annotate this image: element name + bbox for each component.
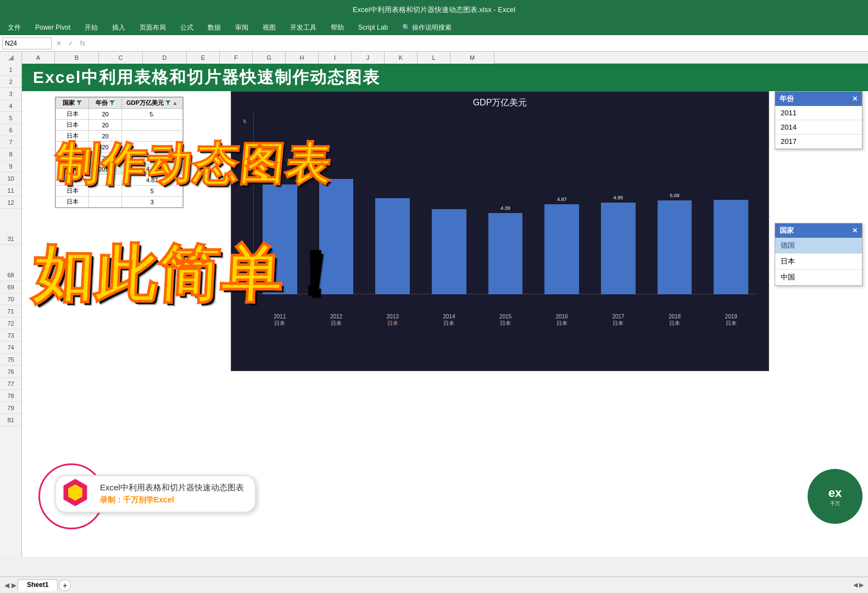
ribbon-view[interactable]: 视图 (260, 22, 278, 33)
x-label-2019: 2019日本 (704, 314, 758, 327)
row-75: 75 (0, 354, 21, 366)
ribbon-scriptlab[interactable]: Script Lab (356, 23, 390, 32)
sheet-tab-sheet1[interactable]: Sheet1 (18, 579, 58, 591)
row-1: 1 (0, 64, 21, 76)
grid-area: Excel中利用表格和切片器快速制作动态图表 国家 年份 GDP万亿美元 ▲ 日… (22, 64, 868, 557)
ribbon-insert[interactable]: 插入 (110, 22, 127, 33)
row-5: 5 (0, 112, 21, 124)
x-label-2015: 2015日本 (479, 314, 532, 327)
col-header-d[interactable]: D (143, 52, 187, 64)
ribbon-help[interactable]: 帮助 (329, 22, 346, 33)
watermark-subtitle: 录制：千万别学Excel (100, 495, 244, 505)
exclamation-mark: ！ (282, 240, 348, 307)
ribbon-review[interactable]: 审阅 (233, 22, 251, 33)
bar-2017-fill: 4.95 (601, 203, 636, 294)
col-header-c[interactable]: C (99, 52, 143, 64)
row-77: 77 (0, 378, 21, 390)
x-label-2016: 2016日本 (535, 314, 588, 327)
overlay-title-text: 制作动态图表 (53, 139, 334, 188)
row-8: 8 (0, 148, 21, 160)
bar-2015: 4.39 (479, 213, 532, 294)
col-header-m[interactable]: M (450, 52, 494, 64)
overlay-title: 制作动态图表 (52, 135, 334, 194)
slicer-clear-icon[interactable]: ✕ (852, 95, 858, 103)
col-header-f[interactable]: F (220, 52, 253, 64)
ribbon-file[interactable]: 文件 (5, 22, 23, 33)
x-label-2017: 2017日本 (592, 314, 645, 327)
spreadsheet: 1 2 3 4 5 6 7 8 9 10 11 12 31 68 69 70 7… (0, 64, 868, 557)
slicer-year-2017[interactable]: 2017 (775, 135, 862, 149)
ribbon-formula[interactable]: 公式 (178, 22, 196, 33)
bar-2016: 4.87 (535, 204, 588, 294)
row-10: 10 (0, 172, 21, 184)
table-row: 日本20 (56, 120, 183, 131)
col-header-j[interactable]: J (352, 52, 385, 64)
filter-icon-country[interactable] (76, 100, 82, 105)
bar-2013-fill (375, 198, 410, 294)
slicer-country-japan[interactable]: 日本 (775, 254, 862, 270)
formula-bar: ✕ ✓ fx (0, 35, 868, 52)
cell-reference[interactable] (2, 37, 52, 49)
col-header-k[interactable]: K (385, 52, 418, 64)
col-header-i[interactable]: I (319, 52, 352, 64)
row-79: 79 (0, 402, 21, 414)
ribbon-developer[interactable]: 开发工具 (288, 22, 319, 33)
col-header-e[interactable]: E (187, 52, 220, 64)
chart-area: GDP万亿美元 0 5 (231, 91, 769, 371)
svg-marker-0 (8, 55, 14, 60)
sheet-tab-label: Sheet1 (27, 581, 48, 589)
ribbon-search[interactable]: 🔍 操作说明搜索 (400, 22, 454, 33)
slicer-country-germany[interactable]: 德国 (775, 238, 862, 254)
new-sheet-button[interactable]: + (59, 579, 71, 591)
bar-2019 (704, 200, 758, 294)
col-header-l[interactable]: L (418, 52, 450, 64)
row-78: 78 (0, 390, 21, 402)
row-72: 72 (0, 317, 21, 329)
col-header-g[interactable]: G (253, 52, 286, 64)
watermark-icon (62, 479, 92, 509)
sheet-nav-left[interactable]: ◀ (4, 581, 9, 589)
slicer-year-title: 年份 (780, 94, 794, 104)
bar-2015-value: 4.39 (488, 205, 523, 211)
slicer-year-2011[interactable]: 2011 (775, 106, 862, 120)
row-74: 74 (0, 342, 21, 354)
slicer-country-header: 国家 ✕ (775, 223, 862, 238)
col-header-b[interactable]: B (55, 52, 99, 64)
table-row: 日本3 (56, 197, 183, 208)
bar-2018: 5.08 (648, 200, 702, 294)
chart-title: GDP万亿美元 (237, 97, 763, 109)
row-76: 76 (0, 366, 21, 378)
row-70: 70 (0, 293, 21, 305)
col-header-a[interactable]: A (22, 52, 55, 64)
row-73: 73 (0, 329, 21, 342)
table-row: 日本205. (56, 109, 183, 120)
filter-icon-gdp[interactable] (165, 100, 171, 105)
select-all-icon[interactable] (8, 55, 14, 60)
slicer-year: 年份 ✕ 2011 2014 2017 (775, 91, 863, 149)
ribbon-powerpivot[interactable]: Power Pivot (33, 23, 73, 32)
col-header-h[interactable]: H (286, 52, 319, 64)
title-text: Excel中利用表格和切片器快速动态图表.xlsx - Excel (353, 5, 515, 15)
x-label-2014: 2014日本 (422, 314, 476, 327)
bar-2017: 4.95 (592, 203, 645, 294)
row-12: 12 (0, 197, 21, 209)
slicer-country-china[interactable]: 中国 (775, 270, 862, 286)
formula-input[interactable] (90, 40, 866, 47)
filter-icon-year[interactable] (109, 100, 115, 105)
ribbon-pagelayout[interactable]: 页面布局 (137, 22, 168, 33)
brand-text-top: ex (828, 486, 842, 500)
hex-inner (67, 484, 84, 501)
bar-2015-fill: 4.39 (488, 213, 523, 294)
ribbon-data[interactable]: 数据 (205, 22, 223, 33)
bar-2013 (366, 198, 419, 294)
bar-2014 (422, 209, 476, 294)
slicer-country-clear-icon[interactable]: ✕ (852, 227, 858, 234)
ribbon: 文件 Power Pivot 开始 插入 页面布局 公式 数据 审阅 视图 开发… (0, 20, 868, 35)
ribbon-home[interactable]: 开始 (82, 22, 100, 33)
formula-fx: fx (78, 40, 87, 47)
row-7: 7 (0, 136, 21, 148)
bar-2017-value: 4.95 (601, 195, 636, 200)
sheet-nav-right[interactable]: ▶ (12, 581, 16, 589)
slicer-year-2014[interactable]: 2014 (775, 120, 862, 135)
col-header-country: 国家 (56, 98, 89, 109)
